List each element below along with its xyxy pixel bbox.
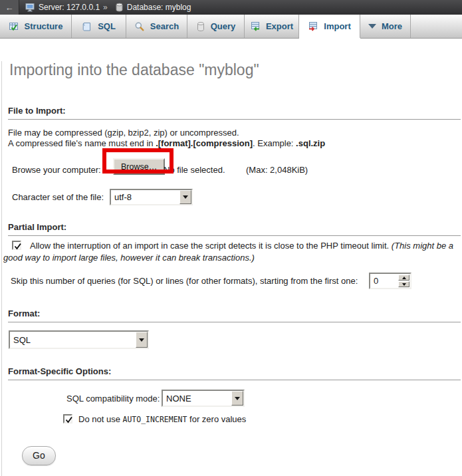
query-icon <box>196 21 205 32</box>
dropdown-arrow-icon[interactable] <box>179 190 191 204</box>
back-button[interactable]: ← <box>0 0 19 15</box>
tab-label: More <box>382 21 402 31</box>
charset-label: Character set of the file: <box>12 192 104 202</box>
browse-row: Browse your computer: Browse… No file se… <box>0 160 462 183</box>
tab-structure[interactable]: Structure <box>0 15 72 38</box>
breadcrumb: ← Server: 127.0.0.1 » Database: myblog <box>0 0 462 15</box>
sql-compat-select[interactable]: NONE <box>162 390 245 407</box>
compression-line2: A compressed file's name must end in .[f… <box>8 138 462 149</box>
export-icon <box>250 21 261 32</box>
sql-icon <box>82 21 92 32</box>
skip-queries-value[interactable]: 0 <box>370 274 398 288</box>
file-to-import-heading: File to Import: <box>8 106 461 120</box>
charset-select[interactable]: utf-8 <box>110 189 193 205</box>
tab-label: Search <box>150 21 179 31</box>
skip-queries-input[interactable]: 0 <box>369 273 411 289</box>
allow-interruption-checkbox[interactable] <box>12 241 21 250</box>
tab-label: Import <box>324 21 350 31</box>
format-select-value: SQL <box>10 332 136 348</box>
tab-label: Query <box>211 21 236 31</box>
compression-line1: File may be compressed (gzip, bzip2, zip… <box>8 128 462 138</box>
tab-more[interactable]: More <box>360 15 411 38</box>
zero-values-checkbox[interactable] <box>63 414 72 423</box>
partial-import-heading: Partial Import: <box>8 222 461 236</box>
breadcrumb-separator: » <box>103 3 108 12</box>
main-content: Importing into the database "myblog" Fil… <box>0 61 462 465</box>
max-size-note: (Max: 2,048KiB) <box>246 165 308 175</box>
compression-info: File may be compressed (gzip, bzip2, zip… <box>8 128 462 149</box>
database-icon <box>115 3 124 12</box>
go-button[interactable]: Go <box>22 446 56 465</box>
sql-compat-value: NONE <box>163 391 231 406</box>
import-icon <box>308 21 318 32</box>
tab-label: SQL <box>98 21 116 31</box>
dropdown-arrow-icon[interactable] <box>136 332 148 348</box>
triangle-down-icon <box>402 283 406 286</box>
back-icon: ← <box>5 3 14 13</box>
sql-compat-row: SQL compatibility mode: NONE <box>0 390 462 408</box>
chevron-down-icon <box>368 24 376 29</box>
breadcrumb-server-link[interactable]: Server: 127.0.0.1 <box>39 3 100 12</box>
format-specific-heading: Format-Specific Options: <box>8 366 461 380</box>
tab-label: Export <box>266 21 293 31</box>
format-compression-hint: .[format].[compression] <box>156 138 253 148</box>
allow-interruption-row: Allow the interruption of an import in c… <box>3 240 456 263</box>
dropdown-arrow-icon[interactable] <box>231 391 243 406</box>
tab-sql[interactable]: SQL <box>72 15 126 38</box>
spin-up-button[interactable] <box>398 275 409 281</box>
search-icon <box>134 21 145 32</box>
page-title: Importing into the database "myblog" <box>9 61 462 79</box>
no-file-selected-text: No file selected. <box>164 165 225 175</box>
spin-down-button[interactable] <box>398 281 409 287</box>
server-icon <box>25 3 35 12</box>
browse-button[interactable]: Browse… <box>113 158 165 175</box>
format-heading: Format: <box>8 308 461 322</box>
tab-bar: Structure SQL Search Query Export Import… <box>0 15 462 39</box>
tab-search[interactable]: Search <box>126 15 187 38</box>
auto-increment-code: AUTO_INCREMENT <box>123 415 187 424</box>
skip-queries-row: Skip this number of queries (for SQL) or… <box>0 273 462 290</box>
tab-label: Structure <box>25 21 63 31</box>
sql-compat-label: SQL compatibility mode: <box>66 394 160 404</box>
triangle-up-icon <box>402 277 406 279</box>
format-select[interactable]: SQL <box>9 330 149 349</box>
zero-values-label: Do not use AUTO_INCREMENT for zero value… <box>78 414 246 424</box>
tab-query[interactable]: Query <box>187 15 245 38</box>
allow-interruption-label: Allow the interruption of an import in c… <box>30 241 392 251</box>
charset-select-value: utf-8 <box>111 190 179 204</box>
browse-label: Browse your computer: <box>12 165 101 175</box>
structure-icon <box>9 21 19 32</box>
tab-import[interactable]: Import <box>299 15 360 38</box>
charset-row: Character set of the file: utf-8 <box>0 189 462 206</box>
example-filename: .sql.zip <box>296 138 325 148</box>
breadcrumb-database-link[interactable]: Database: myblog <box>127 3 191 12</box>
tab-export[interactable]: Export <box>245 15 299 38</box>
zero-values-row: Do not use AUTO_INCREMENT for zero value… <box>0 414 462 426</box>
skip-queries-label: Skip this number of queries (for SQL) or… <box>11 276 358 286</box>
